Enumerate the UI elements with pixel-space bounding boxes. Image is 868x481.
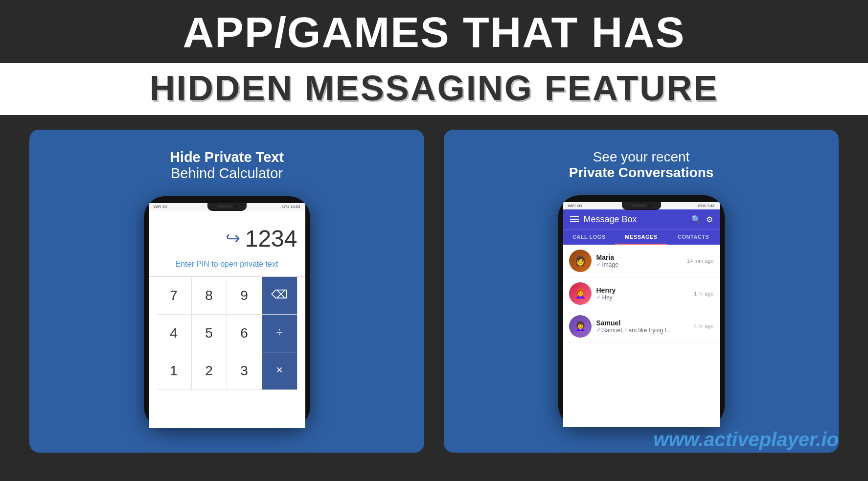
left-phone-camera — [233, 205, 237, 208]
calc-btn-5[interactable]: 5 — [192, 315, 227, 352]
tab-contacts[interactable]: CONTACTS — [667, 230, 720, 245]
right-phone-notch-inner — [622, 202, 661, 209]
right-card: See your recent Private Conversations Wi… — [444, 130, 839, 453]
avatar-henry: 👩‍🦰 — [569, 282, 592, 305]
right-phone-speaker — [631, 205, 646, 206]
tab-call-logs[interactable]: CALL LOGS — [563, 230, 616, 245]
message-tabs: CALL LOGS MESSAGES CONTACTS — [563, 229, 720, 245]
left-status-right: 37% 10:53 — [281, 205, 300, 209]
content-area: Hide Private Text Behind Calculator WiFi… — [0, 115, 868, 462]
right-caption-2: Private Conversations — [569, 165, 714, 181]
right-phone-screen: WiFi 4G 55% 7:48 Message Box 🔍 ⚙ — [563, 202, 720, 427]
main-title: APP/GAMES THAT HAS — [10, 9, 858, 56]
msg-preview-samuel: ✓ Samuel, I am like trying f... — [596, 327, 689, 334]
right-phone-camera — [648, 204, 652, 207]
left-phone-notch-inner — [207, 203, 247, 210]
calc-btn-multiply[interactable]: × — [262, 352, 297, 390]
calc-buttons: 7 8 9 ⌫ 4 5 6 ÷ 1 2 3 × — [157, 277, 297, 390]
msg-text-maria: Image — [602, 261, 618, 268]
msg-name-maria: Maria — [596, 253, 683, 261]
msg-name-henry: Henry — [596, 286, 689, 294]
calc-btn-3[interactable]: 3 — [227, 352, 262, 390]
msg-preview-henry: ✓ Hey — [596, 294, 689, 301]
calculator-screen: ↪ 1234 Enter PIN to open private text 7 … — [149, 210, 305, 390]
left-status-left: WiFi 4G — [154, 205, 168, 209]
check-icon-maria: ✓ — [596, 261, 601, 268]
left-phone-screen: WiFi 4G 37% 10:53 ↪ 1234 Enter PIN to op… — [149, 203, 305, 428]
avatar-samuel: 👩‍🦱 — [569, 315, 592, 338]
calc-btn-7[interactable]: 7 — [157, 277, 192, 315]
tab-messages[interactable]: MESSAGES — [615, 230, 667, 245]
calc-btn-6[interactable]: 6 — [227, 315, 262, 352]
calc-arrow-icon: ↪ — [226, 228, 240, 249]
msg-time-henry: 1 hr ago — [694, 291, 713, 297]
right-phone-mockup: WiFi 4G 55% 7:48 Message Box 🔍 ⚙ — [558, 195, 725, 427]
message-list: 👩 Maria ✓ Image 14 min ago — [563, 245, 720, 343]
branding-url: www.activeplayer.io — [653, 429, 839, 451]
calc-btn-divide[interactable]: ÷ — [262, 315, 297, 352]
msg-content-maria: Maria ✓ Image — [596, 253, 683, 268]
message-box-header: Message Box 🔍 ⚙ — [563, 209, 720, 229]
hamburger-line-2 — [570, 219, 579, 220]
left-caption-2: Behind Calculator — [171, 165, 283, 182]
top-banner: APP/GAMES THAT HAS — [0, 0, 868, 63]
right-caption-1: See your recent — [593, 149, 690, 165]
right-phone-notch — [622, 202, 661, 210]
message-box-title: Message Box — [584, 214, 686, 225]
subtitle: HIDDEN MESSAGING FEATURE — [10, 68, 858, 108]
right-status-left: WiFi 4G — [568, 204, 582, 208]
left-phone-shell: WiFi 4G 37% 10:53 ↪ 1234 Enter PIN to op… — [144, 196, 310, 428]
msg-text-samuel: Samuel, I am like trying f... — [602, 327, 671, 334]
calc-hint: Enter PIN to open private text — [157, 257, 297, 276]
left-phone-notch — [207, 203, 247, 211]
hamburger-line-3 — [570, 221, 579, 222]
left-caption: Hide Private Text — [170, 149, 284, 165]
left-card: Hide Private Text Behind Calculator WiFi… — [29, 130, 424, 453]
right-phone-shell: WiFi 4G 55% 7:48 Message Box 🔍 ⚙ — [558, 195, 725, 427]
msg-text-henry: Hey — [602, 294, 613, 301]
left-phone-mockup: WiFi 4G 37% 10:53 ↪ 1234 Enter PIN to op… — [144, 196, 310, 428]
check-icon-samuel: ✓ — [596, 327, 601, 333]
msg-content-henry: Henry ✓ Hey — [596, 286, 689, 301]
msg-preview-maria: ✓ Image — [596, 261, 683, 268]
calc-btn-backspace[interactable]: ⌫ — [262, 277, 297, 315]
gear-icon[interactable]: ⚙ — [706, 215, 713, 224]
msg-content-samuel: Samuel ✓ Samuel, I am like trying f... — [596, 319, 689, 334]
msg-name-samuel: Samuel — [596, 319, 689, 327]
hamburger-line-1 — [570, 216, 579, 217]
message-item-henry[interactable]: 👩‍🦰 Henry ✓ Hey 1 hr ago — [563, 277, 720, 310]
message-item-maria[interactable]: 👩 Maria ✓ Image 14 min ago — [563, 245, 720, 277]
msg-time-maria: 14 min ago — [687, 258, 713, 264]
msg-time-samuel: 4 hr ago — [694, 323, 713, 329]
calc-btn-9[interactable]: 9 — [227, 277, 262, 315]
calc-number: 1234 — [245, 225, 297, 252]
right-status-right: 55% 7:48 — [698, 204, 715, 208]
left-phone-speaker — [217, 206, 231, 207]
calc-btn-8[interactable]: 8 — [192, 277, 227, 315]
calc-display: ↪ 1234 — [157, 220, 297, 257]
search-icon[interactable]: 🔍 — [691, 215, 701, 224]
avatar-maria: 👩 — [569, 250, 592, 272]
calc-btn-4[interactable]: 4 — [157, 315, 192, 352]
check-icon-henry: ✓ — [596, 294, 601, 300]
hamburger-icon[interactable] — [570, 216, 579, 222]
calc-btn-1[interactable]: 1 — [157, 352, 192, 390]
message-item-samuel[interactable]: 👩‍🦱 Samuel ✓ Samuel, I am like trying f.… — [563, 310, 720, 343]
calc-btn-2[interactable]: 2 — [192, 352, 227, 390]
subtitle-banner: HIDDEN MESSAGING FEATURE — [0, 63, 868, 115]
